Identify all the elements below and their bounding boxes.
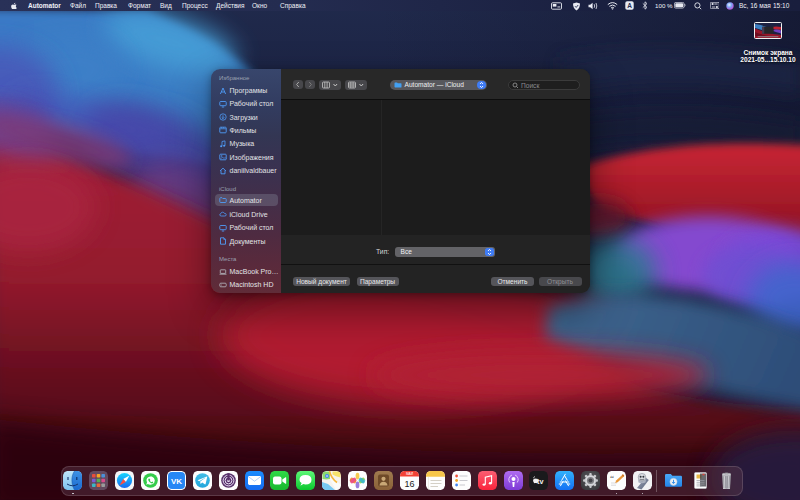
svg-text:tv: tv [537,477,543,486]
svg-text:МАЙ: МАЙ [406,472,414,476]
svg-text:“: “ [610,473,614,483]
svg-text:VK: VK [171,477,182,486]
svg-text:A: A [627,2,632,9]
svg-text:16: 16 [404,479,414,489]
